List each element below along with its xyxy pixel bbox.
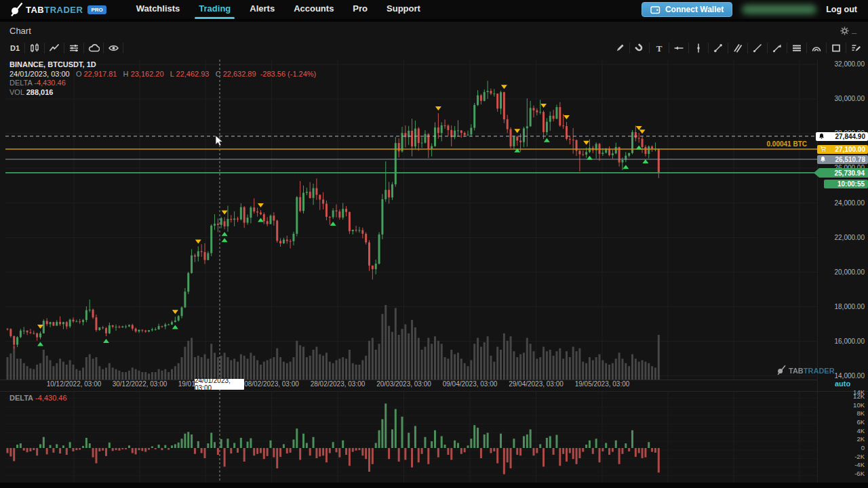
candle-datetime: 24/01/2023, 03:00 [9, 70, 70, 78]
timeframe-button[interactable]: D1 [5, 40, 24, 56]
close-value: 22,632.89 [223, 70, 256, 78]
delta-axis-label: 10K [853, 401, 865, 409]
delta-panel-value: -4,430.46 [35, 394, 66, 402]
tabtrader-watermark: TABTRADER [776, 364, 835, 376]
delta-axis-label: 12K [853, 392, 865, 400]
menu-item-support[interactable]: Support [377, 0, 430, 19]
rectangle-tool-icon[interactable] [827, 40, 846, 56]
crosshair-time-tooltip: 24/01/2023, 03:00 [195, 379, 244, 390]
logout-link[interactable]: Log out [826, 5, 857, 14]
time-axis-label: 29/04/2023, 03:00 [509, 380, 564, 388]
price-line-tool-icon[interactable] [669, 40, 688, 56]
price-axis-label: 24,000.00 [835, 199, 865, 207]
arc-tool-icon[interactable] [807, 40, 826, 56]
price-axis-label: 20,000.00 [835, 268, 865, 276]
chart-settings-sliders-icon[interactable] [64, 40, 83, 56]
logo-text-tab: TAB [26, 5, 44, 15]
masked-account-email [742, 5, 816, 14]
parallel-channel-tool-icon[interactable] [728, 40, 747, 56]
price-axis-label: 14,000.00 [835, 372, 865, 380]
eye-visibility-icon[interactable] [104, 40, 123, 56]
text-tool-icon[interactable]: T [650, 40, 669, 56]
delta-value: -4,430.46 [34, 79, 65, 87]
pro-badge: PRO [87, 5, 106, 14]
menu-item-trading[interactable]: Trading [189, 0, 240, 19]
menu-item-pro[interactable]: Pro [343, 0, 377, 19]
bell-icon [820, 156, 826, 163]
order-qty-label: 0.00041 BTC [739, 140, 807, 148]
drawings-list-icon[interactable] [846, 40, 865, 56]
chart-toolbar-left: D1 [5, 39, 123, 57]
vertical-line-tool-icon[interactable] [689, 40, 708, 56]
time-axis-label: 30/12/2022, 03:00 [113, 380, 167, 388]
ray-tool-icon[interactable] [748, 40, 767, 56]
price-axis-label: 32,000.00 [835, 60, 865, 68]
main-menu: Watchlists Trading Alerts Accounts Pro S… [127, 0, 430, 19]
auto-scale-toggle[interactable]: auto [835, 380, 850, 388]
horizontal-lines-tool-icon[interactable] [787, 40, 806, 56]
time-axis-label: 20/03/2023, 03:00 [376, 380, 431, 388]
bell-icon [818, 133, 825, 140]
price-axis-label: 18,000.00 [835, 303, 865, 310]
high-value: 23,162.20 [131, 70, 164, 78]
time-axis-label: 19/05/2023, 03:00 [575, 380, 630, 388]
gear-icon[interactable] [840, 26, 850, 36]
symbol-info-line: BINANCE, BTCUSDT, 1D [9, 60, 96, 68]
top-nav: TABTRADER PRO Watchlists Trading Alerts … [0, 0, 868, 19]
change-value: -283.56 (-1.24%) [260, 70, 317, 78]
delta-info-line: DELTA -4,430.46 [9, 79, 66, 87]
svg-text:T: T [656, 43, 663, 54]
connect-wallet-button[interactable]: Connect Wallet [642, 2, 732, 17]
delta-axis-label: 0 [861, 444, 865, 451]
vol-value: 288,016 [26, 88, 54, 96]
wallet-icon [650, 5, 660, 14]
trend-line-tool-icon[interactable] [709, 40, 728, 56]
delta-axis-label: -6K [854, 470, 865, 477]
connect-wallet-label: Connect Wallet [665, 5, 724, 14]
pencil-draw-icon[interactable] [610, 40, 629, 56]
candle-countdown-badge: 10:00:55 [824, 180, 868, 188]
open-value: 22,917.81 [84, 70, 117, 78]
candlestick-style-icon[interactable] [25, 40, 44, 56]
time-axis-label: 28/02/2023, 03:00 [311, 380, 366, 388]
minimize-button[interactable]: _ [852, 24, 856, 35]
window-bottom-strip [0, 483, 868, 488]
alert-badge-upper[interactable]: 27,844.90 [816, 132, 868, 141]
watermark-logo-icon [776, 365, 786, 375]
delta-axis-label: -4K [854, 461, 865, 468]
mouse-cursor-icon [215, 135, 224, 147]
logo-text-trader: TRADER [44, 5, 83, 15]
time-axis-label: 09/04/2023, 03:00 [443, 380, 498, 388]
toolbar-separator [123, 43, 123, 54]
price-axis-label: 22,000.00 [835, 234, 865, 241]
alert-badge-lower[interactable]: 26,510.78 [817, 155, 868, 164]
menu-item-accounts[interactable]: Accounts [284, 0, 343, 19]
cloud-sync-icon[interactable] [84, 40, 103, 56]
price-axis-label: 16,000.00 [835, 338, 865, 345]
last-price-badge: 25,730.94 [814, 168, 868, 178]
ohlc-info-line: 24/01/2023, 03:00 O 22,917.81 H 23,162.2… [9, 70, 316, 78]
drawing-toolbar: T [610, 39, 865, 57]
delta-panel-label: DELTA -4,430.46 [9, 394, 67, 402]
cart-icon [820, 146, 827, 152]
arrow-line-tool-icon[interactable] [768, 40, 787, 56]
logo-icon [9, 2, 23, 17]
delta-axis-label: -2K [854, 453, 865, 460]
nav-divider [0, 19, 868, 22]
app-logo[interactable]: TABTRADER PRO [9, 2, 106, 17]
delta-axis-label: 6K [856, 418, 865, 426]
time-axis-label: 08/02/2023, 03:00 [244, 380, 299, 388]
order-badge[interactable]: 27,100.00 [817, 145, 868, 154]
chart-canvas[interactable] [0, 58, 868, 483]
vol-info-line: VOL 288,016 [9, 88, 53, 96]
magnet-icon[interactable] [630, 40, 649, 56]
menu-item-alerts[interactable]: Alerts [240, 0, 284, 19]
indicators-icon[interactable] [45, 40, 64, 56]
menu-item-watchlists[interactable]: Watchlists [127, 0, 190, 19]
panel-title: Chart [9, 26, 31, 36]
delta-axis-label: 2K [856, 435, 865, 443]
time-axis-label: 10/12/2022, 03:00 [47, 380, 102, 388]
low-value: 22,462.93 [176, 70, 210, 78]
price-axis-label: 30,000.00 [835, 95, 865, 102]
delta-axis-label: 8K [856, 409, 865, 417]
